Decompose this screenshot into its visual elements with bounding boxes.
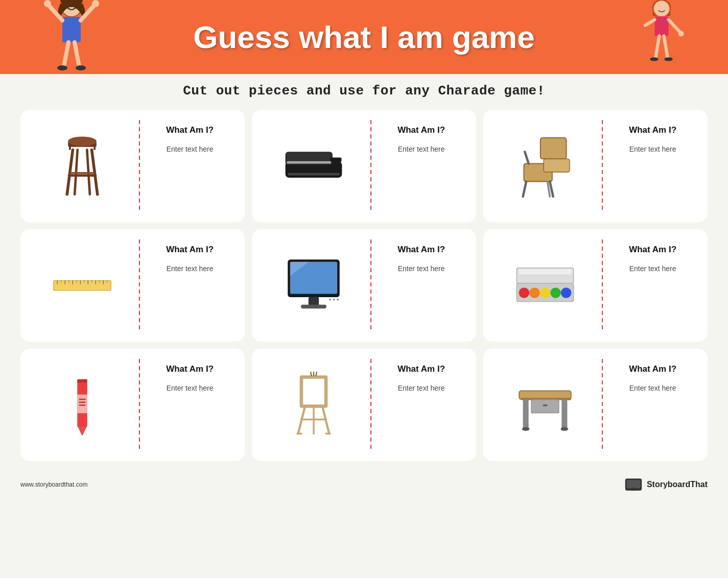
card-6-image [488,234,602,336]
card-3-entry: Enter text here [629,144,676,155]
svg-point-6 [92,0,99,7]
card-6: What Am I? Enter text here [483,229,708,342]
card-1: What Am I? Enter text here [20,110,245,222]
card-5-image [257,234,370,336]
storyboard-logo-icon [624,477,643,492]
svg-point-67 [337,299,339,301]
card-3: What Am I? Enter text here [483,110,708,222]
card-8: What Am I? Enter text here [252,349,476,461]
card-1-image [26,115,139,217]
svg-point-74 [561,287,572,298]
svg-rect-63 [309,297,319,306]
svg-rect-40 [544,159,570,172]
card-8-label: What Am I? [397,364,445,374]
card-3-text: What Am I? Enter text here [603,115,702,217]
svg-point-9 [57,65,67,70]
svg-line-18 [655,36,659,58]
svg-rect-2 [62,17,81,42]
card-9-text: What Am I? Enter text here [603,354,702,456]
svg-point-10 [76,65,86,70]
svg-rect-87 [324,376,327,407]
svg-rect-81 [79,402,86,403]
card-2-entry: Enter text here [398,144,445,155]
svg-rect-75 [519,269,572,274]
svg-line-26 [67,150,73,194]
card-7-label: What Am I? [166,364,214,374]
footer: www.storyboardthat.com StoryboardThat [0,473,728,496]
svg-rect-34 [287,153,331,162]
svg-line-29 [87,150,90,194]
card-7-image [26,354,139,456]
svg-line-41 [523,181,526,197]
svg-line-7 [64,42,68,66]
svg-rect-36 [287,161,331,164]
card-8-image [257,354,370,456]
card-5-text: What Am I? Enter text here [371,234,471,336]
svg-rect-100 [561,399,567,428]
footer-brand-area: StoryboardThat [624,477,708,492]
svg-point-105 [561,427,569,430]
card-6-label: What Am I? [629,245,676,255]
footer-brand-name: StoryboardThat [647,480,708,489]
svg-rect-82 [79,404,86,405]
svg-point-71 [529,287,540,298]
svg-point-21 [664,57,672,61]
card-4: What Am I? Enter text here [20,229,245,342]
svg-line-15 [669,20,680,33]
svg-rect-83 [300,376,327,407]
card-5-label: What Am I? [397,245,445,255]
card-4-label: What Am I? [166,245,214,255]
card-4-image [26,234,139,336]
card-4-entry: Enter text here [167,264,214,274]
svg-rect-14 [654,16,668,36]
svg-point-104 [522,427,530,430]
svg-rect-35 [330,157,341,162]
svg-point-20 [650,57,658,61]
svg-rect-24 [93,146,96,150]
header-title: Guess what I am game [193,19,534,55]
svg-line-28 [75,150,78,194]
card-9: What Am I? Enter text here [483,349,708,461]
svg-point-70 [519,287,530,298]
svg-rect-23 [69,146,71,150]
card-7-text: What Am I? Enter text here [140,354,240,456]
svg-point-13 [654,1,670,16]
svg-rect-38 [541,138,567,159]
svg-rect-86 [300,376,303,407]
card-3-label: What Am I? [629,125,676,135]
card-7-entry: Enter text here [167,383,214,394]
card-6-entry: Enter text here [629,264,676,274]
header: Guess what I am game [0,0,728,74]
card-3-image [488,115,602,217]
svg-rect-79 [77,379,87,383]
svg-point-72 [540,287,551,298]
svg-rect-64 [301,305,326,308]
card-5-entry: Enter text here [398,264,445,274]
svg-rect-45 [54,280,111,291]
svg-line-19 [664,36,668,58]
card-8-text: What Am I? Enter text here [371,354,471,456]
svg-marker-76 [77,426,87,436]
card-2: What Am I? Enter text here [252,110,476,222]
svg-line-17 [645,20,654,26]
card-5: What Am I? Enter text here [252,229,476,342]
card-9-image [488,354,602,456]
character-left [41,0,102,74]
svg-line-8 [75,42,79,66]
card-2-label: What Am I? [397,125,445,135]
card-7: What Am I? Enter text here [20,349,245,461]
cards-grid: What Am I? Enter text here [0,105,728,471]
card-1-label: What Am I? [166,125,214,135]
svg-point-16 [678,31,684,36]
svg-rect-37 [288,173,340,176]
card-8-entry: Enter text here [398,383,445,394]
svg-rect-99 [523,399,529,428]
svg-rect-84 [300,376,327,379]
card-6-text: What Am I? Enter text here [603,234,702,336]
footer-website: www.storyboardthat.com [20,481,87,488]
card-9-entry: Enter text here [629,383,676,394]
svg-rect-78 [77,395,87,414]
card-1-text: What Am I? Enter text here [140,115,240,217]
character-right [636,0,687,74]
svg-point-25 [68,136,97,146]
